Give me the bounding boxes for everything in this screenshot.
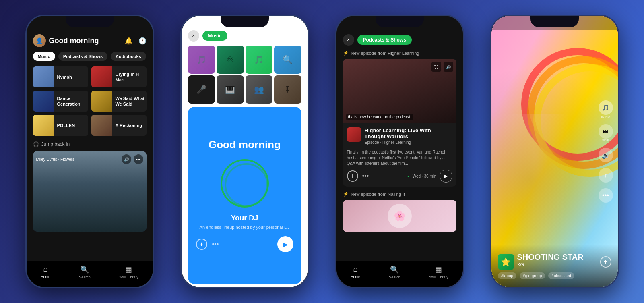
history-icon[interactable]: 🕐 (138, 37, 147, 45)
band-label: BAND (599, 115, 613, 118)
phone-1: 👤 Good morning 🔔 🕐 Music Podcasts & Show… (25, 15, 154, 288)
skip-label: SKIP (599, 139, 613, 142)
podcast-caption: that's how he came on the podcast. (346, 114, 413, 120)
mode-pill[interactable]: Music (202, 31, 227, 41)
list-item[interactable]: Nymph (33, 66, 88, 87)
chip-music[interactable]: Music (33, 52, 55, 61)
dj-main-card: Good morning Your DJ An endless lineup h… (188, 107, 301, 284)
list-item[interactable]: POLLEN (33, 115, 88, 136)
thumb-dance (33, 91, 54, 112)
p4-notch (491, 16, 618, 30)
avatar-action: 🎵 BAND (599, 100, 613, 118)
nav-library[interactable]: ▦ Your Library (429, 265, 448, 279)
fullscreen-icon[interactable]: ⛶ (431, 62, 441, 72)
volume-action[interactable]: 🔊 (599, 148, 613, 162)
podcast-actions-1: + ••• ● Wed · 36 min ▶ (347, 170, 452, 183)
close-icon: × (347, 37, 350, 43)
jump-back-label: Jump back in (41, 141, 70, 147)
more-podcast-button[interactable]: ••• (362, 172, 369, 180)
phone-1-screen: 👤 Good morning 🔔 🕐 Music Podcasts & Show… (27, 16, 153, 287)
dj-subtitle: An endless lineup hosted by your persona… (200, 225, 290, 230)
more-button[interactable]: ••• (134, 154, 143, 164)
chip-podcasts[interactable]: Podcasts & Shows (58, 52, 107, 61)
dj-title: Your DJ (231, 214, 258, 222)
share-action[interactable]: ↑ (599, 168, 613, 183)
podcast-play-button[interactable]: ▶ (440, 170, 452, 183)
thumb-4[interactable]: 🔍 (274, 46, 301, 74)
more-button[interactable]: ••• (212, 241, 219, 248)
podcast-left-btns: + ••• (347, 170, 369, 182)
nav-home[interactable]: ⌂ Home (41, 265, 50, 279)
add-podcast-button[interactable]: + (347, 170, 358, 182)
p4-bottom-info: ⭐ SHOOTING STAR XG + #k-pop #girl group … (491, 245, 618, 287)
nav-home-label: Home (351, 275, 360, 279)
p1-header: 👤 Good morning 🔔 🕐 (27, 30, 153, 50)
thumb-2[interactable]: ♾ (217, 46, 244, 74)
thumb-3[interactable]: 🎵 (246, 46, 273, 74)
track-thumb: ⭐ (498, 254, 514, 270)
nav-home[interactable]: ⌂ Home (351, 265, 360, 279)
hashtags-row: #k-pop #girl group #obsessed (498, 272, 611, 279)
close-button[interactable]: × (343, 34, 354, 46)
p2-topbar: × Music (182, 16, 308, 46)
phone-2-screen: × Music 🎵 ♾ 🎵 🔍 🎤 (182, 16, 308, 287)
hashtag-2[interactable]: #girl group (520, 272, 545, 279)
thumb-6[interactable]: 🎹 (217, 75, 244, 104)
podcast-card-2[interactable]: 🌸 (343, 200, 456, 232)
podcast-thumbnail-1: that's how he came on the podcast. ⛶ 🔊 (343, 59, 456, 123)
chip-audiobooks[interactable]: Audiobooks (111, 52, 146, 61)
notification-icon[interactable]: 🔔 (125, 37, 133, 45)
volume-icon[interactable]: 🔊 (444, 62, 453, 72)
thumb-reckoning (91, 115, 112, 136)
thumb-1[interactable]: 🎵 (188, 46, 215, 74)
add-track-button[interactable]: + (600, 256, 611, 268)
list-item[interactable]: Crying in H Mart (91, 66, 147, 87)
band-icon[interactable]: 🎵 (599, 100, 613, 115)
new-episode-label-2: ⚡ New episode from Nailing It (336, 191, 463, 200)
thumb-5-content: 🎤 (188, 75, 215, 104)
lightning-icon: ⚡ (343, 50, 349, 56)
item-label: We Said What We Said (116, 95, 147, 107)
thumb-8[interactable]: 🎙 (274, 75, 301, 104)
podcast-card-1[interactable]: that's how he came on the podcast. ⛶ 🔊 H… (343, 59, 456, 187)
dots-action[interactable]: ••• (599, 188, 613, 203)
volume-button[interactable]: 🔊 (122, 154, 131, 164)
now-playing-card[interactable]: Miley Cyrus · Flowers 🔊 ••• (33, 151, 147, 232)
back-action: ⏭ SKIP (599, 124, 613, 142)
avatar-greeting: 👤 Good morning (33, 34, 99, 47)
hashtag-3[interactable]: #obsessed (548, 272, 574, 279)
podcast-title-1: Higher Learning: Live With Thought Warri… (365, 127, 452, 139)
p3-topbar: × Podcasts & Shows (336, 30, 463, 50)
jump-back-section: 🎧 Jump back in (27, 137, 153, 149)
item-label: Nymph (57, 74, 72, 80)
close-button[interactable]: × (188, 30, 199, 42)
nav-library[interactable]: ▦ Your Library (119, 265, 138, 279)
podcast-subtitle-1: Episode · Higher Learning (365, 140, 452, 145)
thumb-5[interactable]: 🎤 (188, 75, 215, 104)
add-button[interactable]: + (196, 239, 207, 250)
now-playing-controls: 🔊 ••• (122, 154, 143, 164)
thumb-7[interactable]: 👥 (246, 75, 273, 104)
mode-pill[interactable]: Podcasts & Shows (357, 35, 412, 45)
greeting-text: Good morning (49, 37, 99, 45)
thumb-8-content: 🎙 (274, 75, 301, 104)
nav-search-label: Search (389, 275, 400, 279)
nav-search[interactable]: 🔍 Search (79, 265, 91, 279)
skip-icon[interactable]: ⏭ (599, 124, 613, 139)
artist-name: XG (517, 262, 584, 268)
phone-4: 🎵 BAND ⏭ SKIP 🔊 ↑ ••• ⭐ SHOOTING STAR XG (490, 15, 619, 288)
phone-2: × Music 🎵 ♾ 🎵 🔍 🎤 (180, 15, 309, 288)
nav-search[interactable]: 🔍 Search (389, 265, 400, 279)
list-item[interactable]: We Said What We Said (91, 91, 147, 112)
list-item[interactable]: Dance Generation (33, 91, 88, 112)
item-label: POLLEN (57, 122, 75, 128)
hashtag-1[interactable]: #k-pop (498, 272, 517, 279)
filter-chips: Music Podcasts & Shows Audiobooks (27, 50, 153, 65)
nav-library-label: Your Library (429, 275, 448, 279)
library-icon: ▦ (435, 265, 442, 274)
dj-orb (221, 159, 269, 208)
play-button[interactable]: ▶ (277, 236, 293, 252)
list-item[interactable]: A Reckoning (91, 115, 147, 136)
dj-controls: + ••• ▶ (196, 236, 293, 252)
dj-good-morning: Good morning (208, 139, 281, 151)
